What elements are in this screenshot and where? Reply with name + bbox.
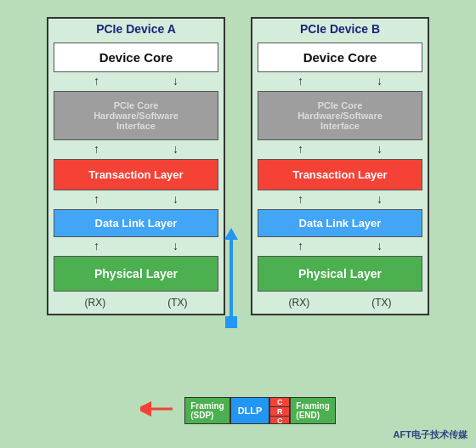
vertical-arrow-container <box>224 228 238 328</box>
crc-r-label: R <box>270 407 289 417</box>
device-b-transaction: Transaction Layer <box>258 159 422 190</box>
arrow-up-icon5: ↑ <box>298 74 303 88</box>
framing-start-block: Framing(SDP) <box>184 397 230 424</box>
device-b-physical: Physical Layer <box>258 256 422 292</box>
device-b-tx: (TX) <box>371 297 391 309</box>
device-a-transaction: Transaction Layer <box>54 159 218 190</box>
arrow-line <box>230 240 233 316</box>
dllp-block: DLLP <box>230 397 270 424</box>
crc-block: C R C <box>269 397 290 424</box>
device-b-core: Device Core <box>258 43 422 72</box>
device-a-core-arrows: ↑ ↓ <box>48 74 224 88</box>
device-a-box: PCIe Device A Device Core ↑ ↓ PCIe CoreH… <box>47 17 225 315</box>
device-a-core: Device Core <box>54 43 218 72</box>
device-a-dl-arrows: ↑ ↓ <box>48 239 224 252</box>
dllp-label: DLLP <box>238 405 263 416</box>
packet-row: Framing(SDP) DLLP C R C Framing(END) <box>184 397 336 424</box>
red-arrow-icon <box>140 400 174 417</box>
watermark: AFT电子技术传媒 <box>394 428 468 441</box>
arrow-up-icon8: ↑ <box>298 239 303 252</box>
device-a-tx: (TX) <box>167 297 187 309</box>
arrow-down-icon8: ↓ <box>377 239 382 252</box>
device-b-core-arrows: ↑ ↓ <box>252 74 428 88</box>
main-container: PCIe Device A Device Core ↑ ↓ PCIe CoreH… <box>0 0 476 448</box>
device-a-pcie-core: PCIe CoreHardware/SoftwareInterface <box>54 91 218 140</box>
framing-end-block: Framing(END) <box>290 397 335 424</box>
framing-start-label: Framing(SDP) <box>190 401 224 420</box>
crc-c-label: C <box>270 398 289 407</box>
arrow-up-icon2: ↑ <box>94 142 99 156</box>
device-b-rx: (RX) <box>289 297 310 309</box>
arrow-head-up-icon <box>224 228 238 240</box>
arrow-down-icon6: ↓ <box>377 142 382 156</box>
bottom-packet-section: Framing(SDP) DLLP C R C Framing(END) <box>0 397 476 424</box>
arrow-down-icon5: ↓ <box>377 74 382 88</box>
device-a-trans-arrows: ↑ ↓ <box>48 192 224 206</box>
arrow-down-icon7: ↓ <box>377 192 382 206</box>
device-a-pcie-arrows: ↑ ↓ <box>48 142 224 156</box>
device-a-datalink: Data Link Layer <box>54 209 218 237</box>
device-a-physical: Physical Layer <box>54 256 218 292</box>
device-b-pcie-core: PCIe CoreHardware/SoftwareInterface <box>258 91 422 140</box>
arrow-base-square <box>225 316 237 328</box>
device-b-box: PCIe Device B Device Core ↑ ↓ PCIe CoreH… <box>251 17 429 315</box>
device-b-trans-arrows: ↑ ↓ <box>252 192 428 206</box>
device-b-pcie-arrows: ↑ ↓ <box>252 142 428 156</box>
device-a-title: PCIe Device A <box>48 19 224 39</box>
arrow-up-icon3: ↑ <box>94 192 99 206</box>
arrow-up-icon4: ↑ <box>94 239 99 252</box>
arrow-down-icon3: ↓ <box>173 192 178 206</box>
red-left-arrow-container <box>140 400 174 421</box>
diagram-area: PCIe Device A Device Core ↑ ↓ PCIe CoreH… <box>8 9 468 315</box>
arrow-up-icon6: ↑ <box>298 142 303 156</box>
device-a-rx: (RX) <box>85 297 106 309</box>
arrow-down-icon2: ↓ <box>173 142 178 156</box>
device-b-ports: (RX) (TX) <box>252 295 428 314</box>
device-a-ports: (RX) (TX) <box>48 295 224 314</box>
arrow-up-icon7: ↑ <box>298 192 303 206</box>
arrow-down-icon4: ↓ <box>173 239 178 252</box>
device-b-datalink: Data Link Layer <box>258 209 422 237</box>
arrow-up-icon: ↑ <box>94 74 99 88</box>
framing-end-label: Framing(END) <box>296 401 329 420</box>
device-b-dl-arrows: ↑ ↓ <box>252 239 428 252</box>
device-b-title: PCIe Device B <box>252 19 428 39</box>
crc-c2-label: C <box>270 417 289 425</box>
arrow-down-icon: ↓ <box>173 74 178 88</box>
